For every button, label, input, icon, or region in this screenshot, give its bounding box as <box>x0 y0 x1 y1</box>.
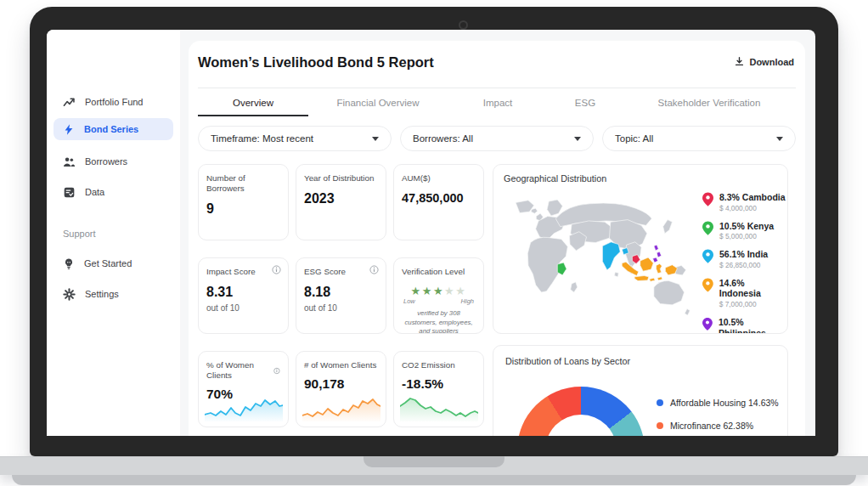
timeframe-dropdown[interactable]: Timeframe: Most recent <box>198 126 392 151</box>
legend-dot <box>657 422 663 429</box>
info-icon[interactable] <box>273 367 280 375</box>
sidebar-item-data[interactable]: Data <box>54 181 173 203</box>
map-sulawesi <box>657 263 662 273</box>
stat-value: 9 <box>206 201 280 217</box>
sidebar-item-label: Bond Series <box>84 124 138 134</box>
laptop-base-lip <box>12 475 856 485</box>
sidebar-item-settings[interactable]: Settings <box>54 283 173 305</box>
map-pin-icon <box>702 249 713 263</box>
verification-note: verified by 308 customers, employees, an… <box>402 309 476 334</box>
score-label: Impact Score <box>206 267 280 277</box>
map-philippines <box>653 245 662 263</box>
score-label: ESG Score <box>304 267 378 277</box>
trend-up-icon <box>63 96 76 109</box>
map-scandinavia <box>547 200 562 216</box>
map-borneo <box>640 257 653 271</box>
world-map <box>499 188 696 329</box>
chevron-down-icon <box>372 137 379 141</box>
kpi-card-num-women-clients: # of Women Clients 90,178 <box>296 351 386 427</box>
rating-high-label: High <box>461 297 474 305</box>
filter-bar: Timeframe: Most recent Borrowers: All To… <box>198 126 796 151</box>
kpi-value: 90,178 <box>304 376 378 392</box>
donut-chart <box>517 387 645 436</box>
laptop-base-notch <box>364 456 504 467</box>
sidebar-item-get-started[interactable]: Get Started <box>54 252 173 274</box>
map-japan <box>663 220 673 234</box>
map-madagascar <box>571 282 578 292</box>
map-lesser-sunda <box>650 277 662 281</box>
geo-legend-row: 8.3% Cambodia $ 4,000,000 <box>702 192 787 212</box>
sparkline-chart <box>400 393 478 421</box>
lightbulb-icon <box>63 257 75 270</box>
score-value: 8.31 <box>206 285 280 300</box>
borrowers-dropdown-label: Borrowers: All <box>413 133 473 144</box>
geo-legend-row: 10.5% Philippines $ 5,000,000 <box>702 317 787 334</box>
map-pin-icon <box>702 317 713 331</box>
sidebar-item-bond-series[interactable]: Bond Series <box>54 118 173 140</box>
map-india <box>602 242 620 270</box>
loans-by-sector-card: Distribution of Loans by Sector Affordab… <box>493 345 788 436</box>
geo-legend-title: 14.6% Indonesia <box>719 278 787 299</box>
legend-dot <box>657 399 663 406</box>
loans-legend-row: Affordable Housing 14.63% <box>657 395 779 410</box>
sidebar-item-label: Get Started <box>84 258 132 268</box>
timeframe-dropdown-label: Timeframe: Most recent <box>211 133 313 144</box>
kpi-label: # of Women Clients <box>304 360 378 370</box>
geo-legend-amount: $ 7,000,000 <box>719 300 787 308</box>
stat-value: 47,850,000 <box>402 191 476 205</box>
stat-card-year-of-distribution: Year of Distribution 2023 <box>296 164 386 240</box>
geo-legend: 8.3% Cambodia $ 4,000,000 10.5% Kenya $ … <box>702 192 787 334</box>
kpi-value: -18.5% <box>402 376 476 392</box>
people-icon <box>63 155 76 168</box>
tab-esg[interactable]: ESG <box>548 91 623 116</box>
stat-card-aum: AUM($) 47,850,000 <box>393 164 484 240</box>
laptop-mockup: Portfolio Fund Bond Series Borrowers <box>0 0 868 486</box>
star-filled-icon: ★ <box>411 285 422 297</box>
geographical-distribution-card: Geographical Distribution <box>493 164 788 334</box>
tab-stakeholder-verification[interactable]: Stakeholder Verification <box>623 91 796 116</box>
gear-icon <box>63 288 76 301</box>
stat-card-number-of-borrowers: Number of Borrowers 9 <box>198 164 289 240</box>
star-filled-icon: ★ <box>422 285 433 297</box>
kpi-card-pct-women-clients: % of Women Clients 70% <box>198 351 289 427</box>
app-screen: Portfolio Fund Bond Series Borrowers <box>47 30 815 436</box>
tab-overview[interactable]: Overview <box>198 91 308 116</box>
loans-legend: Affordable Housing 14.63% Microfinance 6… <box>657 395 779 436</box>
kpi-label: CO2 Emission <box>402 360 476 370</box>
download-button[interactable]: Download <box>734 56 794 67</box>
loans-legend-label: Microfinance 62.38% <box>670 421 753 431</box>
stat-label: Year of Distribution <box>304 173 378 184</box>
map-sri-lanka <box>615 272 619 276</box>
sidebar-item-borrowers[interactable]: Borrowers <box>54 150 173 172</box>
score-value: 8.18 <box>304 285 378 300</box>
star-rating: ★★★★★ <box>402 285 476 297</box>
verification-level-card: Verification Level ★★★★★ Low High verifi… <box>393 257 484 334</box>
verification-label: Verification Level <box>402 267 476 277</box>
score-card-esg: ESG Score 8.18 out of 10 <box>296 257 386 334</box>
main-panel: Women’s Livelihood Bond 5 Report Downloa… <box>189 41 805 436</box>
info-icon[interactable] <box>272 265 281 274</box>
sidebar: Portfolio Fund Bond Series Borrowers <box>47 30 180 436</box>
geo-legend-title: 10.5% Philippines <box>719 317 787 334</box>
stat-value: 2023 <box>304 191 378 206</box>
map-iceland <box>531 208 537 213</box>
sidebar-item-portfolio-fund[interactable]: Portfolio Fund <box>54 91 173 113</box>
borrowers-dropdown[interactable]: Borrowers: All <box>400 126 594 151</box>
topic-dropdown[interactable]: Topic: All <box>602 126 796 151</box>
map-java <box>634 276 649 281</box>
map-new-zealand <box>685 309 690 315</box>
tab-impact[interactable]: Impact <box>448 91 548 116</box>
sidebar-support-heading: Support <box>63 229 96 239</box>
star-empty-icon: ★ <box>455 285 466 297</box>
topic-dropdown-label: Topic: All <box>615 133 653 144</box>
stat-label: Number of Borrowers <box>206 173 280 194</box>
download-icon <box>734 56 745 67</box>
score-sub: out of 10 <box>304 303 378 313</box>
geo-legend-row: 10.5% Kenya $ 5,000,000 <box>702 221 787 241</box>
tab-financial-overview[interactable]: Financial Overview <box>308 91 448 116</box>
sidebar-item-label: Settings <box>85 289 119 299</box>
map-pin-icon <box>702 221 713 235</box>
info-icon[interactable] <box>369 265 379 274</box>
data-doc-icon <box>63 186 76 199</box>
rating-low-label: Low <box>403 297 415 305</box>
